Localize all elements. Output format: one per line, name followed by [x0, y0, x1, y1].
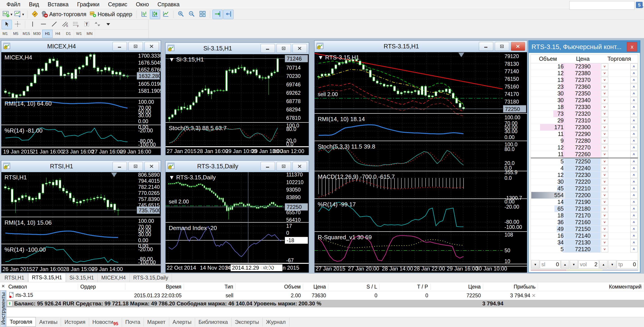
sell-at-price-button[interactable]: ˅ — [601, 192, 608, 198]
depth-price[interactable]: 72150 — [565, 226, 600, 232]
buy-at-price-button[interactable]: ˄ — [630, 151, 638, 157]
toolbox-close-icon[interactable]: ✕ — [0, 283, 6, 289]
maximize-button[interactable] — [128, 42, 143, 51]
chart-shift-button[interactable] — [223, 10, 234, 19]
buy-at-price-button[interactable]: ˄ — [630, 219, 638, 225]
depth-price[interactable]: 72250 — [565, 158, 600, 165]
window-titlebar[interactable]: Si-3.15,H1 — [166, 43, 309, 54]
sell-button[interactable]: Sell — [531, 270, 566, 270]
depth-price[interactable]: 72240 — [565, 165, 600, 172]
window-titlebar[interactable]: RTS-3.15,Daily — [166, 161, 309, 172]
window-titlebar[interactable]: RTSI,H1 — [1, 161, 161, 172]
close-button[interactable] — [292, 162, 307, 171]
depth-price[interactable]: 72290 — [565, 131, 600, 137]
dropdown-caret-icon[interactable]: ▼ — [22, 12, 25, 16]
menu-item-0[interactable]: Файл — [2, 0, 24, 8]
buy-at-price-button[interactable]: ˄ — [630, 64, 638, 70]
minimize-button[interactable] — [479, 42, 493, 51]
depth-price[interactable]: 72170 — [565, 212, 600, 219]
zoom-in-button[interactable] — [176, 10, 186, 19]
chart-canvas[interactable]: 11137010221093050838906557056410sell 2.0… — [166, 172, 309, 272]
buy-at-price-button[interactable]: ˄ — [630, 124, 638, 130]
sell-at-price-button[interactable]: ˅ — [601, 118, 608, 124]
tab-scroll-arrows[interactable]: ‹ › — [629, 284, 642, 289]
depth-price[interactable]: 72230 — [565, 172, 600, 178]
buy-at-price-button[interactable]: ˄ — [630, 144, 638, 150]
depth-price[interactable]: 72320 — [565, 110, 600, 117]
fibo-button[interactable]: F — [71, 20, 81, 29]
toolbox-tab-активы[interactable]: Активы — [36, 318, 61, 326]
sell-at-price-button[interactable]: ˅ — [601, 158, 608, 164]
chart-canvas[interactable]: 7071470230697466926268778682946781071246… — [166, 54, 309, 155]
minimize-button[interactable] — [260, 162, 275, 171]
take-profit-decrement-button[interactable]: ▼ — [608, 260, 616, 269]
menu-item-3[interactable]: Графики — [73, 0, 104, 8]
toolbox-tab-новости[interactable]: Новости95 — [89, 318, 122, 327]
notifications-badge[interactable]: 5 — [636, 2, 643, 8]
minimize-button[interactable] — [260, 44, 275, 53]
maximize-button[interactable] — [276, 162, 291, 171]
buy-button[interactable]: Buy — [602, 270, 638, 270]
depth-price[interactable]: 72340 — [565, 97, 600, 104]
depth-price[interactable]: 72330 — [565, 104, 600, 110]
buy-at-price-button[interactable]: ˄ — [630, 212, 638, 218]
sell-at-price-button[interactable]: ˅ — [601, 240, 608, 246]
chart-tab-micex-h4[interactable]: MICEX,H4 — [98, 274, 130, 282]
close-button[interactable] — [292, 44, 307, 53]
toolbox-tab-история[interactable]: История — [61, 318, 89, 326]
maximize-button[interactable] — [276, 44, 291, 53]
buy-at-price-button[interactable]: ˄ — [630, 97, 638, 103]
sell-at-price-button[interactable]: ˅ — [601, 90, 608, 96]
sell-at-price-button[interactable]: ˅ — [601, 246, 608, 252]
buy-at-price-button[interactable]: ˄ — [630, 118, 638, 124]
depth-price[interactable]: 72360 — [565, 84, 600, 90]
depth-price[interactable]: 72310 — [565, 117, 600, 124]
arrows-button[interactable] — [92, 20, 102, 29]
depth-price[interactable]: 72260 — [565, 151, 600, 158]
timeframe-m1[interactable]: M1 — [0, 30, 10, 38]
sell-at-price-button[interactable]: ˅ — [601, 104, 608, 110]
vline-button[interactable] — [28, 20, 38, 29]
sell-at-price-button[interactable]: ˅ — [601, 233, 608, 239]
chart-canvas[interactable]: 806.5890794.4015782.2140770.0265757.8390… — [1, 172, 161, 272]
depth-price[interactable]: 72210 — [565, 185, 600, 192]
volume-input[interactable]: vol2 — [578, 260, 599, 268]
cursor-button[interactable] — [2, 20, 12, 29]
window-titlebar[interactable]: RTS-3.15,H1 — [314, 41, 527, 52]
maximize-button[interactable] — [495, 42, 509, 51]
expand-icon[interactable]: ⇧ — [7, 301, 12, 306]
new-order-button[interactable]: Новый ордер — [89, 10, 134, 19]
depth-price[interactable]: 72270 — [565, 144, 600, 151]
close-position-button[interactable]: Закрыть — [567, 270, 602, 270]
depth-price[interactable]: 72390 — [565, 63, 600, 70]
take-profit-input[interactable]: tp0 — [617, 260, 638, 268]
chart-tab-si-3-15-h1[interactable]: Si-3.15,H1 — [66, 274, 98, 282]
buy-at-price-button[interactable]: ˄ — [630, 192, 638, 198]
menu-item-1[interactable]: Вид — [24, 0, 43, 8]
new-chart-button[interactable]: ▼ — [2, 10, 13, 19]
menu-item-5[interactable]: Окно — [132, 0, 153, 8]
depth-price[interactable]: 72200 — [565, 192, 600, 198]
depth-price[interactable]: 72140 — [565, 232, 600, 239]
stop-loss-increment-button[interactable]: ▲ — [561, 260, 569, 269]
close-button[interactable]: x — [627, 42, 637, 52]
depth-price[interactable]: 72120 — [565, 246, 600, 252]
crosshair-button[interactable] — [12, 20, 23, 29]
dropdown-caret-icon[interactable]: ▼ — [10, 12, 13, 16]
sell-at-price-button[interactable]: ˅ — [601, 144, 608, 150]
menu-item-6[interactable]: Справка — [153, 0, 184, 8]
timeframe-mn[interactable]: MN — [84, 30, 95, 38]
sidebar-tab-instruments[interactable]: Инструменты — [0, 290, 6, 327]
buy-at-price-button[interactable]: ˄ — [630, 104, 638, 110]
toolbox-tab-торговля[interactable]: Торговля — [6, 317, 36, 326]
trendline-button[interactable] — [49, 20, 60, 29]
timeframe-d1[interactable]: D1 — [63, 30, 74, 38]
menu-item-2[interactable]: Вставка — [44, 0, 73, 8]
toolbox-tab-эксперты[interactable]: Эксперты — [232, 318, 262, 326]
depth-price[interactable]: 72160 — [565, 219, 600, 226]
toolbox-tab-маркет[interactable]: Маркет — [144, 318, 169, 326]
sell-at-price-button[interactable]: ˅ — [601, 151, 608, 157]
sell-at-price-button[interactable]: ˅ — [601, 84, 608, 90]
volume-decrement-button[interactable]: ▼ — [570, 260, 578, 269]
candles-chart-button[interactable] — [150, 10, 160, 19]
